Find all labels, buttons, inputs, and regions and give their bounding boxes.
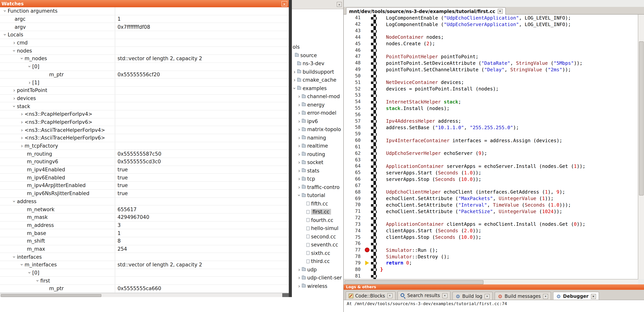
collapse-icon[interactable]: › [20,56,24,61]
expand-icon[interactable]: › [296,135,302,140]
watch-row[interactable]: ›<ns3::PcapHelperForIpv4> [0,110,289,118]
code-line[interactable]: 80} [344,266,638,273]
breakpoint-margin[interactable] [363,40,371,47]
code-line[interactable]: 75 clientApps.Stop (Seconds (10.0)); [344,234,638,240]
watch-row[interactable]: ›<ns3::AsciiTraceHelperForIpv4> [0,126,289,134]
tree-item-tutorial[interactable]: ›tutorial [292,191,343,199]
watch-row[interactable]: ›cmd [0,39,289,47]
expand-icon[interactable]: › [296,284,302,289]
line-number[interactable]: 81 [344,273,363,279]
line-number[interactable]: 46 [344,47,363,53]
line-number[interactable]: 59 [344,131,363,137]
expand-icon[interactable]: › [19,120,24,125]
logs-tab-code-blocks[interactable]: Code::Blocks× [346,291,395,300]
expand-icon[interactable]: › [19,136,24,141]
breakpoint-margin[interactable] [363,124,371,131]
code-line[interactable]: 71 echoClient.SetAttribute ("PacketSize"… [344,208,638,215]
breakpoint-margin[interactable] [363,156,371,163]
code-editor[interactable]: 41 LogComponentEnable ("UdpEchoClientApp… [344,14,638,279]
breakpoint-margin[interactable] [363,240,371,247]
watch-row[interactable]: ›first [0,277,289,285]
breakpoint-margin[interactable] [363,195,371,202]
tree-item-error-model[interactable]: ›error-model [292,109,343,117]
line-number[interactable]: 50 [344,73,363,79]
breakpoint-margin[interactable] [363,176,371,182]
expand-icon[interactable]: › [296,144,302,149]
code-line[interactable]: 72 [344,214,638,221]
tree-item-channel-mod[interactable]: ›channel-mod [292,92,343,101]
collapse-icon[interactable]: › [20,262,24,268]
collapse-icon[interactable]: › [2,8,8,14]
line-number[interactable]: 65 [344,170,363,175]
expand-icon[interactable]: › [12,96,17,101]
code-line[interactable]: 57 Ipv4AddressHelper address; [344,118,638,124]
tree-item-hello-simul[interactable]: hello-simul [292,224,343,232]
watch-row[interactable]: ›Function arguments [0,7,289,15]
watch-row[interactable]: m_network655617 [0,205,289,213]
line-number[interactable]: 55 [344,105,363,111]
expand-icon[interactable]: › [296,152,302,157]
breakpoint-margin[interactable] [363,182,371,189]
expand-icon[interactable]: › [27,80,32,85]
collapse-icon[interactable]: › [27,64,32,69]
breakpoint-margin[interactable] [363,266,371,273]
tree-item-third-cc[interactable]: third.cc [292,257,343,265]
code-line[interactable]: 79 return 0; [344,260,638,266]
editor-horizontal-scrollbar[interactable] [344,279,638,284]
expand-icon[interactable]: › [296,185,302,190]
editor-vertical-scrollbar[interactable] [638,14,644,279]
collapse-icon[interactable]: › [12,104,17,109]
code-line[interactable]: 55 stack.Install (nodes); [344,105,638,111]
tree-item-buildsupport[interactable]: ›buildsupport [292,68,343,76]
watch-row[interactable]: m_shift8 [0,237,289,245]
code-line[interactable]: 58 address.SetBase ("10.1.1.0", "255.255… [344,124,638,131]
breakpoint-margin[interactable] [363,131,371,137]
tree-item-ipv6[interactable]: ›ipv6 [292,117,343,125]
watch-row[interactable]: ›[1] [0,79,289,86]
breakpoint-margin[interactable] [363,214,371,221]
breakpoint-margin[interactable] [363,14,371,21]
line-number[interactable]: 76 [344,241,363,246]
line-number[interactable]: 74 [344,228,363,233]
line-number[interactable]: 43 [344,28,363,33]
breakpoint-margin[interactable] [363,99,371,105]
code-line[interactable]: 73 ApplicationContainer clientApps = ech… [344,221,638,227]
code-line[interactable]: 56 [344,111,638,118]
expand-icon[interactable]: › [296,102,302,107]
tree-item-sixth-cc[interactable]: sixth.cc [292,249,343,257]
expand-icon[interactable]: › [296,119,302,124]
tree-item-udp[interactable]: ›udp [292,265,343,274]
code-line[interactable]: 64 ApplicationContainer serverApps = ech… [344,163,638,169]
tree-item-matrix-topolo[interactable]: ›matrix-topolo [292,125,343,134]
tree-item-ns-3-dev[interactable]: ns-3-dev [292,59,343,68]
line-number[interactable]: 60 [344,138,363,143]
line-number[interactable]: 77 [344,247,363,253]
close-icon[interactable]: × [591,294,596,299]
tree-item-tcp[interactable]: ›tcp [292,175,343,183]
line-number[interactable]: 71 [344,209,363,214]
logs-tab-debugger[interactable]: ⚙Debugger× [553,292,599,301]
tree-item-energy[interactable]: ›energy [292,101,343,109]
tree-item-ols[interactable]: ols [292,43,343,51]
breakpoint-margin[interactable] [363,234,371,240]
breakpoint-margin[interactable] [363,53,371,60]
code-line[interactable]: 77 Simulator::Run (); [344,247,638,253]
tree-item-fourth-cc[interactable]: fourth.cc [292,216,343,224]
breakpoint-margin[interactable] [363,163,371,169]
watch-row[interactable]: m_base1 [0,229,289,237]
watch-row[interactable]: ›[0] [0,63,289,71]
watch-row[interactable]: ›[0] [0,269,289,277]
line-number[interactable]: 56 [344,112,363,117]
watch-row[interactable]: m_routing0x555555587c50 [0,150,289,158]
collapse-icon[interactable]: › [2,32,8,37]
watch-row[interactable]: m_ipv4Enabledtrue [0,166,289,174]
tree-item-examples[interactable]: ›examples [292,84,343,92]
code-line[interactable]: 52 devices = pointToPoint.Install (nodes… [344,85,638,92]
code-line[interactable]: 78 Simulator::Destroy (); [344,253,638,260]
tree-item-socket[interactable]: ›socket [292,158,343,166]
expand-icon[interactable]: › [296,267,302,272]
expand-icon[interactable]: › [19,128,24,133]
close-icon[interactable]: × [387,293,392,298]
watch-row[interactable]: ›interfaces [0,253,289,261]
line-number[interactable]: 41 [344,15,363,20]
